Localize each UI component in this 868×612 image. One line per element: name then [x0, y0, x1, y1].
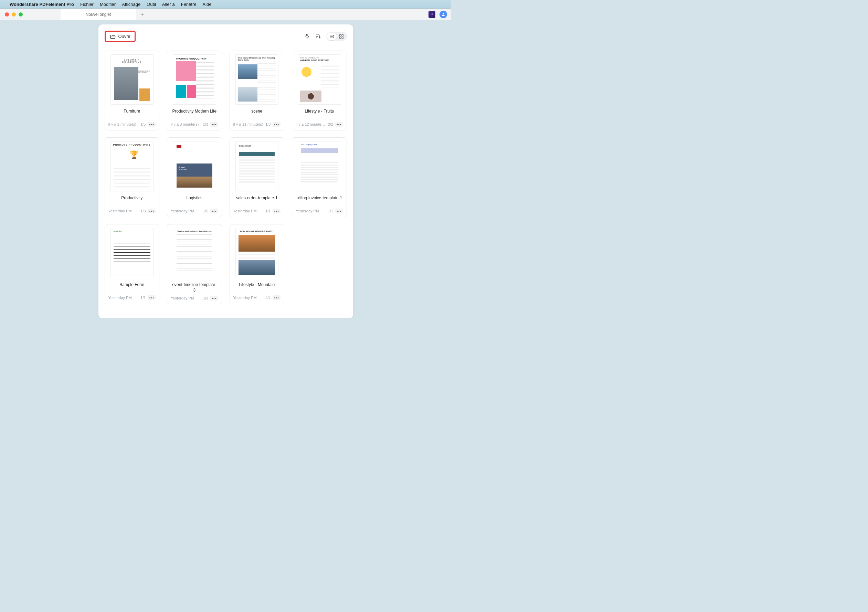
document-pages: 1/3: [203, 296, 208, 300]
document-time: Yesterday PM: [108, 296, 139, 300]
pin-icon[interactable]: [304, 33, 310, 40]
svg-rect-1: [330, 35, 333, 36]
document-card[interactable]: Timeline and Checklist for Event Plannin…: [167, 224, 222, 304]
document-card[interactable]: HOW TO EAT HEALTHYAND FEEL GOOD EVERY DA…: [292, 51, 347, 130]
document-time: Il y a 3 minute(s): [171, 122, 201, 126]
document-pages: 1/3: [140, 209, 146, 213]
workspace: Ouvrir: [0, 20, 451, 318]
menu-modifier[interactable]: Modifier: [100, 2, 116, 7]
svg-rect-3: [339, 34, 341, 36]
document-meta: Yesterday PM1/3•••: [108, 209, 157, 214]
document-card[interactable]: PROMOTE PRODUCTIVITYProductivity Modern …: [167, 51, 222, 130]
document-meta: Il y a 11 minute(s)1/3•••: [232, 122, 282, 127]
tab-label: Nouvel onglet: [86, 12, 111, 17]
ai-assistant-icon[interactable]: [428, 11, 436, 18]
window-minimize-button[interactable]: [12, 12, 16, 17]
document-pages: 1/1: [140, 296, 146, 300]
document-pages: 1/3: [265, 122, 271, 126]
document-time: Yesterday PM: [108, 209, 139, 213]
user-account-icon[interactable]: [440, 11, 447, 18]
panel-header: Ouvrir: [105, 28, 347, 45]
traffic-lights: [0, 12, 23, 17]
document-more-button[interactable]: •••: [148, 295, 155, 300]
list-view-button[interactable]: [327, 33, 336, 40]
document-more-button[interactable]: •••: [273, 122, 281, 127]
menu-fenetre[interactable]: Fenêtre: [181, 2, 197, 7]
open-file-button[interactable]: Ouvrir: [105, 31, 136, 42]
document-meta: Il y a 1 minute(s)1/5•••: [108, 122, 157, 127]
grid-view-button[interactable]: [336, 33, 346, 40]
document-card[interactable]: INSPIRED BY THE COLLECTIVE.FurnitureIl y…: [105, 51, 160, 130]
svg-point-0: [443, 13, 444, 14]
documents-grid: INSPIRED BY THE COLLECTIVE.FurnitureIl y…: [105, 51, 347, 304]
document-title: Lifestyle - Mountain: [232, 282, 282, 293]
document-meta: Yesterday PM1/1•••: [295, 209, 344, 214]
document-time: Yesterday PM: [171, 296, 201, 300]
view-toggle: [326, 32, 347, 41]
app-name-menu[interactable]: Wondershare PDFelement Pro: [9, 2, 74, 7]
macos-menubar: Wondershare PDFelement Pro Fichier Modif…: [0, 0, 451, 8]
document-title: billing-invoice-template-1: [295, 195, 344, 206]
document-card[interactable]: HOW ARE MOUNTAINS FORMED?Lifestyle - Mou…: [229, 224, 285, 304]
document-card[interactable]: Your Company Namebilling-invoice-templat…: [292, 137, 347, 217]
document-pages: 1/3: [203, 122, 208, 126]
document-card[interactable]: PROMOTE PRODUCTIVITYProductivityYesterda…: [105, 137, 160, 217]
open-button-label: Ouvrir: [118, 34, 130, 39]
document-more-button[interactable]: •••: [335, 122, 343, 127]
menu-affichage[interactable]: Affichage: [122, 2, 140, 7]
document-card[interactable]: SALES ORDERsales-order-template-1Yesterd…: [229, 137, 285, 217]
document-pages: 4/4: [265, 296, 271, 300]
window-zoom-button[interactable]: [19, 12, 23, 17]
document-time: Yesterday PM: [296, 209, 326, 213]
document-pages: 2/2: [328, 122, 333, 126]
document-more-button[interactable]: •••: [148, 122, 155, 127]
document-title: Logistics: [170, 195, 219, 206]
document-card[interactable]: LogisticsYesterday PM1/5•••: [167, 137, 222, 217]
window-header: Nouvel onglet ＋: [0, 9, 451, 20]
svg-rect-5: [339, 37, 341, 38]
recent-files-panel: Ouvrir: [98, 25, 353, 318]
document-more-button[interactable]: •••: [210, 296, 218, 301]
document-title: Sample Form: [108, 282, 157, 293]
sort-icon[interactable]: [315, 33, 321, 40]
document-meta: Yesterday PM1/1•••: [108, 295, 157, 300]
document-more-button[interactable]: •••: [335, 209, 343, 214]
tab-new[interactable]: Nouvel onglet: [60, 9, 136, 20]
document-card[interactable]: PANACEASample FormYesterday PM1/1•••: [105, 224, 160, 304]
document-meta: Yesterday PM1/5•••: [170, 209, 219, 214]
document-time: Yesterday PM: [171, 209, 201, 213]
document-meta: Yesterday PM1/3•••: [170, 296, 219, 301]
svg-rect-4: [342, 34, 343, 36]
document-meta: Il y a 12 minute…2/2•••: [295, 122, 344, 127]
document-meta: Yesterday PM4/4•••: [232, 295, 282, 300]
document-time: Il y a 12 minute…: [296, 122, 326, 126]
document-meta: Yesterday PM1/1•••: [232, 209, 282, 214]
document-pages: 1/1: [328, 209, 333, 213]
document-time: Yesterday PM: [233, 296, 264, 300]
tab-bar: Nouvel onglet ＋: [60, 9, 148, 20]
document-title: sales-order-template-1: [232, 195, 282, 206]
document-title: Productivity: [108, 195, 157, 206]
document-more-button[interactable]: •••: [210, 122, 218, 127]
document-more-button[interactable]: •••: [210, 209, 218, 214]
menu-outil[interactable]: Outil: [147, 2, 156, 7]
document-pages: 1/5: [203, 209, 208, 213]
svg-rect-2: [330, 37, 333, 38]
menu-aide[interactable]: Aide: [203, 2, 212, 7]
document-pages: 1/5: [140, 122, 146, 126]
new-tab-button[interactable]: ＋: [136, 9, 148, 20]
document-pages: 1/1: [265, 209, 271, 213]
document-more-button[interactable]: •••: [273, 295, 281, 300]
document-more-button[interactable]: •••: [148, 209, 155, 214]
folder-open-icon: [110, 34, 116, 39]
menu-fichier[interactable]: Fichier: [80, 2, 94, 7]
app-window: Nouvel onglet ＋ Ouvrir: [0, 8, 451, 318]
document-more-button[interactable]: •••: [273, 209, 281, 214]
document-time: Il y a 1 minute(s): [108, 122, 139, 126]
window-close-button[interactable]: [5, 12, 9, 17]
document-time: Yesterday PM: [233, 209, 264, 213]
document-card[interactable]: Raise Energy Efficiencies Up While Reduc…: [229, 51, 285, 130]
document-title: Productivity Modern Life: [170, 109, 219, 119]
document-title: Lifestyle - Fruits: [295, 109, 344, 119]
menu-aller-a[interactable]: Aller à: [162, 2, 175, 7]
